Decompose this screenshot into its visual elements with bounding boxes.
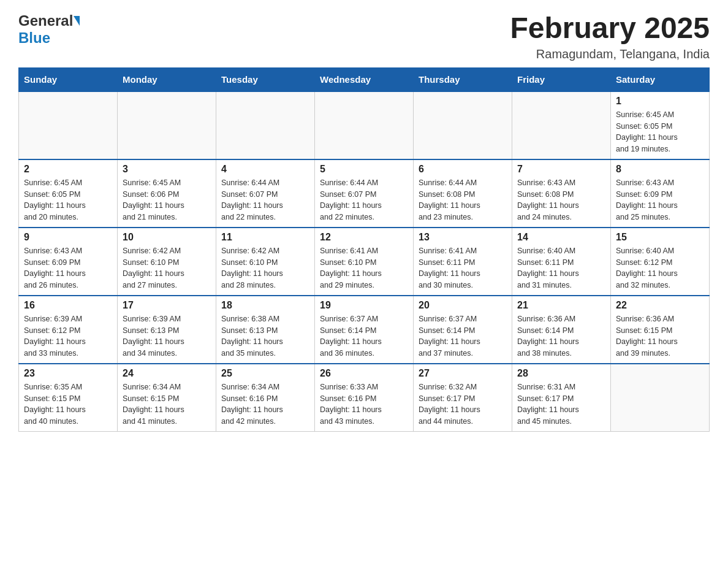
day-number: 5 bbox=[320, 164, 408, 175]
day-info: Sunrise: 6:33 AM Sunset: 6:16 PM Dayligh… bbox=[320, 381, 408, 427]
day-info: Sunrise: 6:44 AM Sunset: 6:07 PM Dayligh… bbox=[320, 177, 408, 223]
day-number: 13 bbox=[419, 232, 507, 243]
day-info: Sunrise: 6:41 AM Sunset: 6:11 PM Dayligh… bbox=[419, 245, 507, 291]
day-of-week-monday: Monday bbox=[118, 67, 216, 91]
day-number: 17 bbox=[123, 300, 211, 311]
day-number: 14 bbox=[517, 232, 605, 243]
day-number: 18 bbox=[221, 300, 309, 311]
day-number: 24 bbox=[123, 368, 211, 379]
day-number: 12 bbox=[320, 232, 408, 243]
day-of-week-friday: Friday bbox=[512, 67, 611, 91]
day-info: Sunrise: 6:44 AM Sunset: 6:08 PM Dayligh… bbox=[419, 177, 507, 223]
calendar-cell: 26Sunrise: 6:33 AM Sunset: 6:16 PM Dayli… bbox=[315, 364, 414, 432]
day-number: 20 bbox=[419, 300, 507, 311]
logo: General Blue bbox=[18, 12, 80, 47]
day-number: 3 bbox=[123, 164, 211, 175]
day-number: 15 bbox=[616, 232, 704, 243]
calendar-cell: 17Sunrise: 6:39 AM Sunset: 6:13 PM Dayli… bbox=[118, 296, 216, 364]
day-number: 16 bbox=[24, 300, 112, 311]
day-number: 22 bbox=[616, 300, 704, 311]
calendar-week-row: 23Sunrise: 6:35 AM Sunset: 6:15 PM Dayli… bbox=[19, 364, 710, 432]
calendar-table: SundayMondayTuesdayWednesdayThursdayFrid… bbox=[18, 67, 710, 432]
calendar-cell bbox=[216, 91, 315, 159]
day-info: Sunrise: 6:44 AM Sunset: 6:07 PM Dayligh… bbox=[221, 177, 309, 223]
day-info: Sunrise: 6:45 AM Sunset: 6:06 PM Dayligh… bbox=[123, 177, 211, 223]
calendar-cell: 7Sunrise: 6:43 AM Sunset: 6:08 PM Daylig… bbox=[512, 159, 611, 228]
day-info: Sunrise: 6:45 AM Sunset: 6:05 PM Dayligh… bbox=[24, 177, 112, 223]
calendar-cell: 22Sunrise: 6:36 AM Sunset: 6:15 PM Dayli… bbox=[611, 296, 710, 364]
day-info: Sunrise: 6:32 AM Sunset: 6:17 PM Dayligh… bbox=[419, 381, 507, 427]
calendar-cell: 27Sunrise: 6:32 AM Sunset: 6:17 PM Dayli… bbox=[414, 364, 512, 432]
day-number: 23 bbox=[24, 368, 112, 379]
logo-arrow-icon bbox=[74, 16, 80, 26]
day-number: 2 bbox=[24, 164, 112, 175]
day-number: 11 bbox=[221, 232, 309, 243]
calendar-cell: 23Sunrise: 6:35 AM Sunset: 6:15 PM Dayli… bbox=[19, 364, 118, 432]
calendar-cell: 4Sunrise: 6:44 AM Sunset: 6:07 PM Daylig… bbox=[216, 159, 315, 228]
day-number: 8 bbox=[616, 164, 704, 175]
calendar-cell: 9Sunrise: 6:43 AM Sunset: 6:09 PM Daylig… bbox=[19, 228, 118, 296]
day-number: 1 bbox=[616, 96, 704, 107]
day-info: Sunrise: 6:39 AM Sunset: 6:13 PM Dayligh… bbox=[123, 313, 211, 359]
calendar-week-row: 2Sunrise: 6:45 AM Sunset: 6:05 PM Daylig… bbox=[19, 159, 710, 228]
calendar-week-row: 9Sunrise: 6:43 AM Sunset: 6:09 PM Daylig… bbox=[19, 228, 710, 296]
calendar-cell bbox=[512, 91, 611, 159]
calendar-cell: 11Sunrise: 6:42 AM Sunset: 6:10 PM Dayli… bbox=[216, 228, 315, 296]
calendar-cell: 12Sunrise: 6:41 AM Sunset: 6:10 PM Dayli… bbox=[315, 228, 414, 296]
calendar-cell: 24Sunrise: 6:34 AM Sunset: 6:15 PM Dayli… bbox=[118, 364, 216, 432]
day-info: Sunrise: 6:36 AM Sunset: 6:14 PM Dayligh… bbox=[517, 313, 605, 359]
day-info: Sunrise: 6:40 AM Sunset: 6:11 PM Dayligh… bbox=[517, 245, 605, 291]
day-info: Sunrise: 6:42 AM Sunset: 6:10 PM Dayligh… bbox=[123, 245, 211, 291]
calendar-cell bbox=[19, 91, 118, 159]
day-number: 6 bbox=[419, 164, 507, 175]
day-info: Sunrise: 6:41 AM Sunset: 6:10 PM Dayligh… bbox=[320, 245, 408, 291]
logo-general-text: General bbox=[18, 12, 73, 29]
calendar-cell: 10Sunrise: 6:42 AM Sunset: 6:10 PM Dayli… bbox=[118, 228, 216, 296]
month-title: February 2025 bbox=[510, 12, 710, 45]
calendar-cell: 20Sunrise: 6:37 AM Sunset: 6:14 PM Dayli… bbox=[414, 296, 512, 364]
day-info: Sunrise: 6:31 AM Sunset: 6:17 PM Dayligh… bbox=[517, 381, 605, 427]
day-info: Sunrise: 6:37 AM Sunset: 6:14 PM Dayligh… bbox=[419, 313, 507, 359]
calendar-cell: 5Sunrise: 6:44 AM Sunset: 6:07 PM Daylig… bbox=[315, 159, 414, 228]
day-of-week-tuesday: Tuesday bbox=[216, 67, 315, 91]
calendar-cell: 3Sunrise: 6:45 AM Sunset: 6:06 PM Daylig… bbox=[118, 159, 216, 228]
day-of-week-wednesday: Wednesday bbox=[315, 67, 414, 91]
calendar-cell: 14Sunrise: 6:40 AM Sunset: 6:11 PM Dayli… bbox=[512, 228, 611, 296]
day-of-week-saturday: Saturday bbox=[611, 67, 710, 91]
day-of-week-thursday: Thursday bbox=[414, 67, 512, 91]
day-number: 19 bbox=[320, 300, 408, 311]
day-number: 21 bbox=[517, 300, 605, 311]
day-info: Sunrise: 6:36 AM Sunset: 6:15 PM Dayligh… bbox=[616, 313, 704, 359]
calendar-cell: 25Sunrise: 6:34 AM Sunset: 6:16 PM Dayli… bbox=[216, 364, 315, 432]
day-of-week-sunday: Sunday bbox=[19, 67, 118, 91]
calendar-cell bbox=[414, 91, 512, 159]
day-info: Sunrise: 6:38 AM Sunset: 6:13 PM Dayligh… bbox=[221, 313, 309, 359]
calendar-week-row: 16Sunrise: 6:39 AM Sunset: 6:12 PM Dayli… bbox=[19, 296, 710, 364]
day-number: 25 bbox=[221, 368, 309, 379]
day-info: Sunrise: 6:42 AM Sunset: 6:10 PM Dayligh… bbox=[221, 245, 309, 291]
day-number: 10 bbox=[123, 232, 211, 243]
day-info: Sunrise: 6:35 AM Sunset: 6:15 PM Dayligh… bbox=[24, 381, 112, 427]
calendar-cell bbox=[118, 91, 216, 159]
calendar-cell bbox=[611, 364, 710, 432]
day-info: Sunrise: 6:43 AM Sunset: 6:08 PM Dayligh… bbox=[517, 177, 605, 223]
calendar-cell: 6Sunrise: 6:44 AM Sunset: 6:08 PM Daylig… bbox=[414, 159, 512, 228]
day-info: Sunrise: 6:45 AM Sunset: 6:05 PM Dayligh… bbox=[616, 109, 704, 155]
calendar-cell: 13Sunrise: 6:41 AM Sunset: 6:11 PM Dayli… bbox=[414, 228, 512, 296]
location-label: Ramagundam, Telangana, India bbox=[510, 47, 710, 61]
day-number: 28 bbox=[517, 368, 605, 379]
day-number: 4 bbox=[221, 164, 309, 175]
logo-blue-text: Blue bbox=[18, 29, 50, 46]
calendar-week-row: 1Sunrise: 6:45 AM Sunset: 6:05 PM Daylig… bbox=[19, 91, 710, 159]
calendar-cell: 15Sunrise: 6:40 AM Sunset: 6:12 PM Dayli… bbox=[611, 228, 710, 296]
day-info: Sunrise: 6:43 AM Sunset: 6:09 PM Dayligh… bbox=[24, 245, 112, 291]
day-info: Sunrise: 6:39 AM Sunset: 6:12 PM Dayligh… bbox=[24, 313, 112, 359]
calendar-cell: 8Sunrise: 6:43 AM Sunset: 6:09 PM Daylig… bbox=[611, 159, 710, 228]
calendar-cell: 16Sunrise: 6:39 AM Sunset: 6:12 PM Dayli… bbox=[19, 296, 118, 364]
day-info: Sunrise: 6:43 AM Sunset: 6:09 PM Dayligh… bbox=[616, 177, 704, 223]
day-number: 27 bbox=[419, 368, 507, 379]
day-info: Sunrise: 6:34 AM Sunset: 6:15 PM Dayligh… bbox=[123, 381, 211, 427]
day-number: 7 bbox=[517, 164, 605, 175]
calendar-cell: 19Sunrise: 6:37 AM Sunset: 6:14 PM Dayli… bbox=[315, 296, 414, 364]
page-header: General Blue February 2025 Ramagundam, T… bbox=[18, 12, 710, 61]
